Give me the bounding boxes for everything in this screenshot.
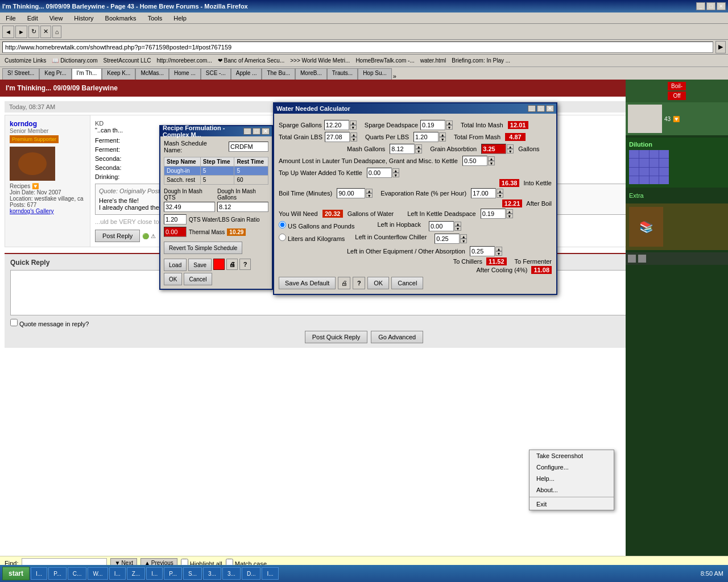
tab-keg[interactable]: Keg Pr... — [39, 68, 71, 80]
post-reply-button[interactable]: Post Reply — [95, 230, 140, 242]
taskbar-item-2[interactable]: P... — [48, 567, 67, 580]
taskbar-item-6[interactable]: Z... — [127, 567, 145, 580]
quote-option-label[interactable]: Quote message in reply? — [10, 319, 89, 327]
start-button[interactable]: start — [2, 567, 30, 580]
bookmark-morebeer[interactable]: http://morebeer.com... — [154, 56, 214, 65]
taskbar-item-4[interactable]: W... — [88, 567, 107, 580]
address-input[interactable] — [2, 41, 713, 53]
tab-bar: S! Street... Keg Pr... I'm Th... Keep K.… — [0, 67, 728, 80]
browser-title: I'm Thinking... 09/09/09 Barleywine - Pa… — [2, 3, 248, 10]
quick-reply-buttons: Post Quick Reply Go Advanced — [10, 331, 718, 343]
bookmark-briefing[interactable]: Briefing.com: In Play ... — [449, 56, 512, 65]
tab-street[interactable]: S! Street... — [2, 68, 39, 80]
taskbar-item-5[interactable]: I... — [109, 567, 126, 580]
reload-button[interactable]: ↻ — [28, 26, 39, 38]
minimize-button[interactable]: _ — [696, 2, 705, 10]
quick-reply-area: Quick Reply Quote message in reply? Show… — [5, 253, 723, 348]
menu-file[interactable]: File — [2, 14, 19, 23]
forward-button[interactable]: ► — [15, 26, 27, 38]
menu-edit[interactable]: Edit — [24, 14, 42, 23]
tab-thebu[interactable]: The Bu... — [262, 68, 295, 80]
taskbar-time: 8:50 AM — [701, 570, 723, 577]
menu-bookmarks[interactable]: Bookmarks — [102, 14, 140, 23]
forum-thread-title: I'm Thinking... 09/09/09 Barleywine — [6, 84, 118, 92]
post-timestamp: Today, 08:37 AM — [9, 103, 55, 110]
go-advanced-button[interactable]: Go Advanced — [371, 331, 423, 343]
taskbar-item-11[interactable]: 3... — [222, 567, 241, 580]
taskbar-item-12[interactable]: D... — [242, 567, 261, 580]
post-meta: Today, 08:37 AM — [5, 101, 723, 113]
tab-imthinking[interactable]: I'm Th... — [72, 68, 102, 80]
menu-history[interactable]: History — [71, 14, 97, 23]
tab-home[interactable]: Home ... — [169, 68, 201, 80]
taskbar-item-10[interactable]: 3... — [203, 567, 221, 580]
taskbar-item-3[interactable]: C... — [68, 567, 87, 580]
main-content: I'm Thinking... 09/09/09 Barleywine #427… — [0, 80, 728, 556]
bookmark-customize[interactable]: Customize Links — [2, 56, 48, 65]
gallery-link[interactable]: korndog's Gallery — [10, 208, 54, 214]
bookmark-banc[interactable]: ❤ Banc of America Secu... — [216, 56, 287, 65]
nav-toolbar: ◄ ► ↻ ✕ ⌂ — [0, 24, 728, 40]
taskbar: start I... P... C... W... I... Z... I...… — [0, 565, 728, 582]
window-controls[interactable]: _ □ ✕ — [696, 2, 726, 10]
quote-box: Quote: Originally Posted by Chriso ▶ Her… — [95, 184, 718, 215]
menu-tools[interactable]: Tools — [144, 14, 166, 23]
forum-header: I'm Thinking... 09/09/09 Barleywine #427 — [0, 80, 728, 97]
user-title: Senior Member — [10, 128, 85, 134]
user-info: korndog Senior Member Premium Supporter … — [5, 115, 90, 247]
bookmarks-bar: Customize Links 📖 Dictionary.com StreetA… — [0, 55, 728, 67]
tab-sce[interactable]: SCE -... — [201, 68, 231, 80]
taskbar-item-13[interactable]: I... — [262, 567, 278, 580]
bookmark-metric[interactable]: >>> World Wide Metri... — [288, 56, 352, 65]
quick-reply-title: Quick Reply — [10, 259, 718, 267]
bookmark-homebrewtalk[interactable]: HomeBrewTalk.com -... — [353, 56, 416, 65]
tab-keepk[interactable]: Keep K... — [102, 68, 135, 80]
menu-view[interactable]: View — [46, 14, 67, 23]
address-bar: ▶ — [0, 40, 728, 55]
back-button[interactable]: ◄ — [2, 26, 14, 38]
tab-traut[interactable]: Trauts... — [327, 68, 358, 80]
quote-text1: Here's the file! — [99, 197, 714, 204]
taskbar-item-9[interactable]: S... — [183, 567, 202, 580]
side-panel: Boil- Off 43 🔽 Dilution — [626, 80, 728, 556]
bookmark-streetaccount[interactable]: StreetAccount LLC — [101, 56, 154, 65]
menu-help[interactable]: Help — [170, 14, 190, 23]
taskbar-right: 8:50 AM — [701, 570, 726, 577]
bookmark-dictionary[interactable]: 📖 Dictionary.com — [49, 56, 100, 65]
user-stats: Recipes 🔽 Join Date: Nov 2007 Location: … — [10, 183, 85, 214]
quick-reply-options: Quote message in reply? Show your signat… — [10, 319, 718, 327]
quote-text2: I already changed the hops to Magi... sc… — [99, 204, 714, 211]
tab-moreb[interactable]: MoreB... — [295, 68, 327, 80]
tab-overflow[interactable]: » — [393, 73, 396, 80]
stop-button[interactable]: ✕ — [40, 26, 51, 38]
quote-checkbox[interactable] — [10, 319, 18, 326]
user-avatar — [10, 147, 55, 181]
premium-badge: Premium Supporter — [10, 135, 59, 143]
taskbar-item-8[interactable]: P... — [164, 567, 182, 580]
post-quick-reply-button[interactable]: Post Quick Reply — [305, 331, 367, 343]
username[interactable]: korndog — [10, 120, 85, 128]
tab-apple[interactable]: Apple ... — [231, 68, 262, 80]
tab-mcmas[interactable]: McMas... — [135, 68, 169, 80]
menu-bar: File Edit View History Bookmarks Tools H… — [0, 13, 728, 24]
forum-page: I'm Thinking... 09/09/09 Barleywine #427… — [0, 80, 728, 556]
home-button[interactable]: ⌂ — [52, 26, 62, 38]
close-button[interactable]: ✕ — [717, 2, 726, 10]
taskbar-item-1[interactable]: I... — [31, 567, 47, 580]
tab-hop[interactable]: Hop Su... — [358, 68, 392, 80]
bookmark-water[interactable]: water.html — [418, 56, 449, 65]
restore-button[interactable]: □ — [706, 2, 715, 10]
go-button[interactable]: ▶ — [715, 41, 726, 53]
quick-reply-textarea[interactable] — [10, 270, 718, 315]
post-content: korndog Senior Member Premium Supporter … — [5, 115, 723, 247]
browser-title-bar: I'm Thinking... 09/09/09 Barleywine - Pa… — [0, 0, 728, 13]
taskbar-item-7[interactable]: I... — [146, 567, 163, 580]
